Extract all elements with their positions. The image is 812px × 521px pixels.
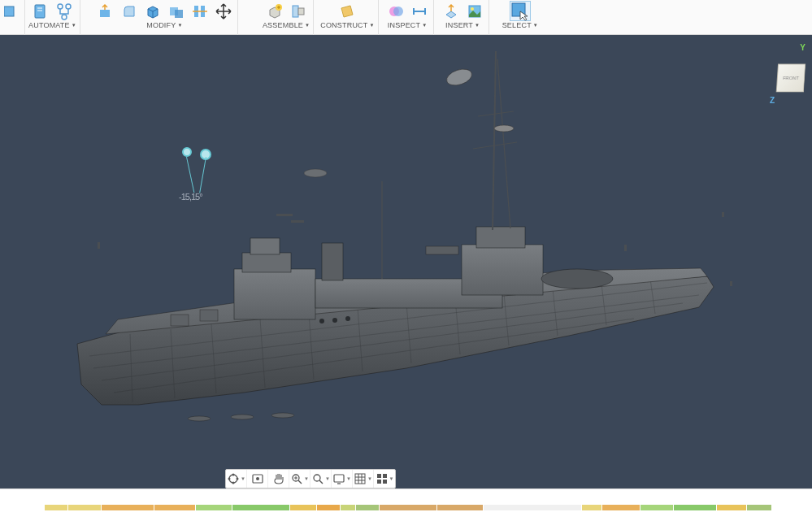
svg-point-70 (232, 482, 235, 484)
grid-tool[interactable]: ▼ (353, 470, 374, 488)
select-group-label[interactable]: SELECT▼ (502, 21, 538, 29)
modify-group-label[interactable]: MODIFY▼ (146, 21, 182, 29)
svg-point-48 (345, 316, 350, 321)
angle-value: -15,15° (179, 192, 202, 202)
timeline-seg-5[interactable] (232, 505, 289, 510)
timeline-seg-16[interactable] (674, 505, 716, 510)
interfere-icon[interactable] (385, 1, 406, 21)
pan-tool[interactable] (268, 470, 289, 488)
svg-point-5 (66, 4, 71, 9)
svg-point-17 (393, 7, 403, 16)
svg-rect-36 (234, 269, 315, 319)
viewport-nav-bar: ▼▼▼▼▼▼ (225, 469, 396, 488)
select-group: SELECT▼ (499, 0, 541, 35)
svg-point-53 (445, 66, 474, 88)
svg-rect-66 (291, 220, 304, 223)
plane-icon[interactable] (337, 1, 358, 21)
timeline-seg-1[interactable] (68, 505, 101, 510)
svg-line-75 (298, 480, 302, 484)
combine-icon[interactable] (166, 1, 187, 21)
svg-line-49 (493, 51, 496, 230)
svg-point-60 (271, 413, 294, 418)
decal-icon[interactable] (464, 1, 485, 21)
timeline-seg-7[interactable] (317, 505, 340, 510)
timeline-seg-14[interactable] (602, 505, 640, 510)
box-blue-icon[interactable] (142, 1, 163, 21)
insert-group-label[interactable]: INSERT▼ (445, 21, 480, 29)
timeline-seg-18[interactable] (747, 505, 771, 510)
construct-group: CONSTRUCT▼ (317, 0, 378, 35)
svg-rect-82 (355, 474, 365, 484)
timeline-seg-9[interactable] (356, 505, 379, 510)
timeline-seg-6[interactable] (290, 505, 316, 510)
timeline-seg-12[interactable] (484, 505, 581, 510)
svg-rect-43 (171, 315, 189, 326)
derive-icon[interactable] (441, 1, 462, 21)
svg-line-79 (319, 480, 323, 484)
fit-tool[interactable]: ▼ (310, 470, 332, 488)
svg-point-59 (231, 415, 254, 419)
orbit-tool[interactable]: ▼ (226, 470, 247, 488)
timeline-seg-13[interactable] (582, 505, 601, 510)
svg-rect-40 (462, 245, 543, 295)
svg-point-71 (228, 478, 231, 480)
timeline-seg-11[interactable] (437, 505, 483, 510)
timeline-seg-0[interactable] (45, 505, 67, 510)
align-icon[interactable] (189, 1, 211, 21)
look-tool[interactable] (247, 470, 268, 488)
svg-point-69 (237, 478, 239, 480)
main-toolbar: AUTOMATE▼MODIFY▼ASSEMBLE▼CONSTRUCT▼INSPE… (0, 0, 812, 35)
svg-rect-37 (242, 253, 291, 272)
zoom-tool[interactable]: ▼ (289, 470, 310, 488)
automate-group-label[interactable]: AUTOMATE▼ (28, 21, 76, 29)
timeline-seg-8[interactable] (341, 505, 355, 510)
fillet-icon[interactable] (119, 1, 140, 21)
flow-icon[interactable] (54, 1, 75, 21)
svg-point-46 (319, 319, 324, 323)
select-icon[interactable] (510, 1, 531, 21)
axis-y-label: Y (800, 43, 805, 52)
viewports-tool[interactable]: ▼ (374, 470, 395, 488)
cube-front-face[interactable]: FRONT (776, 63, 806, 92)
svg-rect-80 (334, 475, 344, 482)
timeline-seg-3[interactable] (154, 505, 195, 510)
svg-rect-63 (722, 212, 724, 217)
assemble-group-label[interactable]: ASSEMBLE▼ (263, 21, 310, 29)
svg-point-54 (494, 125, 514, 132)
new-comp-icon[interactable] (264, 1, 285, 21)
svg-point-57 (304, 169, 327, 177)
svg-rect-56 (426, 246, 458, 254)
inspect-group: INSPECT▼ (382, 0, 434, 35)
joint-icon[interactable] (288, 1, 309, 21)
timeline-seg-10[interactable] (380, 505, 436, 510)
svg-rect-44 (200, 310, 218, 321)
timeline-seg-2[interactable] (102, 505, 154, 510)
measure-icon[interactable] (409, 1, 430, 21)
display-tool[interactable]: ▼ (332, 470, 353, 488)
3d-viewport[interactable]: -15,15° Y FRONT Z ▼▼▼▼▼▼ (0, 35, 812, 488)
svg-rect-9 (175, 10, 183, 18)
view-cube[interactable]: Y FRONT Z (778, 43, 807, 100)
timeline-bar[interactable] (0, 488, 812, 521)
automate-group: AUTOMATE▼ (25, 0, 80, 35)
timeline-seg-4[interactable] (196, 505, 232, 510)
timeline-seg-15[interactable] (640, 505, 673, 510)
modify-group: MODIFY▼ (92, 0, 238, 35)
push-icon[interactable] (95, 1, 116, 21)
svg-point-42 (541, 269, 613, 289)
svg-point-22 (471, 7, 474, 11)
timeline-seg-17[interactable] (717, 505, 746, 510)
svg-rect-38 (250, 238, 280, 254)
svg-rect-61 (98, 242, 100, 249)
svg-rect-65 (276, 214, 293, 216)
svg-rect-62 (624, 245, 627, 251)
svg-point-68 (232, 474, 235, 476)
move-icon[interactable] (213, 1, 234, 21)
partial-icon[interactable] (0, 1, 21, 21)
assemble-group: ASSEMBLE▼ (259, 0, 314, 35)
construct-group-label[interactable]: CONSTRUCT▼ (320, 21, 374, 29)
svg-line-52 (473, 142, 517, 149)
inspect-group-label[interactable]: INSPECT▼ (388, 21, 428, 29)
sheet-icon[interactable] (30, 1, 51, 21)
svg-rect-0 (4, 7, 14, 16)
